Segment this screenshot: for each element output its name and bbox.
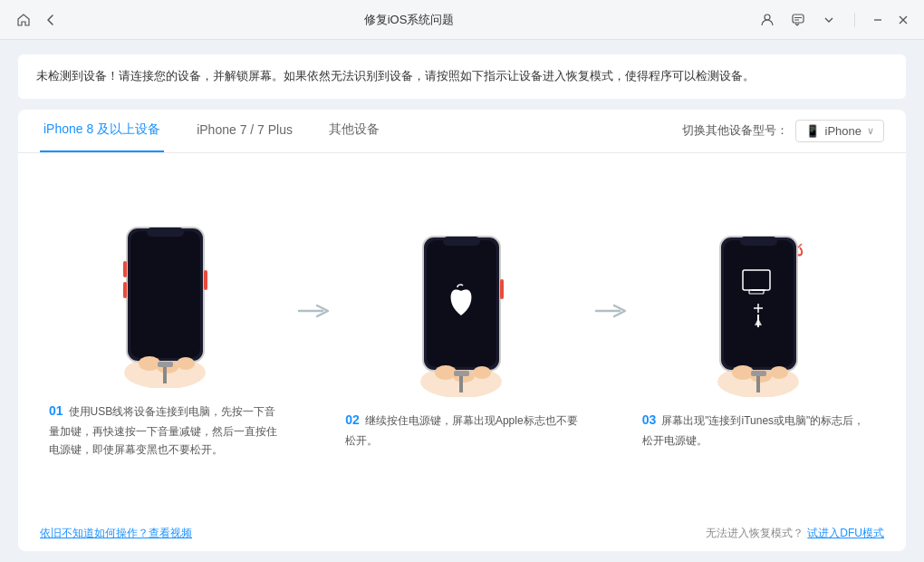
tab-iphone8[interactable]: iPhone 8 及以上设备 [40, 110, 164, 153]
step1-illustration [100, 208, 231, 390]
titlebar-right [758, 11, 910, 29]
home-icon[interactable] [14, 11, 33, 29]
step2-illustration [396, 218, 527, 399]
step3-phone-svg [693, 220, 824, 397]
svg-rect-12 [123, 282, 127, 298]
device-switcher-label: 切换其他设备型号： [682, 122, 788, 139]
phones-row: 01使用USB线将设备连接到电脑，先按一下音量加键，再快速按一下音量减键，然后一… [40, 162, 884, 515]
chat-icon[interactable] [789, 11, 807, 29]
arrow1-svg [297, 300, 330, 322]
main-content: 未检测到设备！请连接您的设备，并解锁屏幕。如果依然无法识别到设备，请按照如下指示… [0, 40, 924, 562]
device-switcher: 切换其他设备型号： 📱 iPhone ∨ [682, 120, 884, 142]
svg-point-0 [765, 15, 770, 20]
titlebar: 修复iOS系统问题 [0, 0, 924, 40]
chevron-down-icon[interactable] [820, 11, 838, 29]
bottom-bar: 依旧不知道如何操作？查看视频 无法进入恢复模式？ 试进入DFU模式 [18, 515, 906, 551]
step3-text: 屏幕出现"连接到iTunes或电脑"的标志后，松开电源键。 [642, 414, 865, 447]
recovery-status-text: 无法进入恢复模式？ [706, 526, 804, 541]
arrow-1 [291, 300, 336, 376]
tabs-row: iPhone 8 及以上设备 iPhone 7 / 7 Plus 其他设备 切换… [18, 110, 906, 153]
svg-rect-1 [793, 15, 804, 23]
back-icon[interactable] [42, 11, 60, 29]
svg-rect-13 [204, 270, 207, 290]
titlebar-left [14, 11, 60, 29]
tab-iphone7[interactable]: iPhone 7 / 7 Plus [193, 110, 296, 153]
svg-rect-9 [130, 231, 200, 358]
svg-point-16 [177, 357, 195, 370]
svg-point-26 [473, 366, 491, 379]
svg-rect-32 [740, 237, 777, 246]
bottom-right: 无法进入恢复模式？ 试进入DFU模式 [706, 526, 884, 541]
svg-rect-17 [158, 362, 173, 367]
user-icon[interactable] [758, 11, 776, 29]
step2-desc: 02继续按住电源键，屏幕出现Apple标志也不要松开。 [336, 399, 587, 459]
svg-rect-10 [147, 228, 184, 237]
step3-illustration [693, 218, 824, 399]
step-2: 02继续按住电源键，屏幕出现Apple标志也不要松开。 [336, 218, 587, 459]
step-1: 01使用USB线将设备连接到电脑，先按一下音量加键，再快速按一下音量减键，然后一… [40, 208, 291, 469]
tab-other[interactable]: 其他设备 [325, 110, 383, 153]
svg-rect-23 [500, 279, 504, 299]
svg-rect-22 [443, 237, 480, 246]
steps-area: 01使用USB线将设备连接到电脑，先按一下音量加键，再快速按一下音量减键，然后一… [18, 153, 906, 515]
step3-desc: 03屏幕出现"连接到iTunes或电脑"的标志后，松开电源键。 [633, 399, 884, 459]
step2-num: 02 [345, 412, 360, 427]
content-card: iPhone 8 及以上设备 iPhone 7 / 7 Plus 其他设备 切换… [18, 110, 906, 551]
warning-text: 未检测到设备！请连接您的设备，并解锁屏幕。如果依然无法识别到设备，请按照如下指示… [36, 69, 755, 82]
step1-desc: 01使用USB线将设备连接到电脑，先按一下音量加键，再快速按一下音量减键，然后一… [40, 390, 291, 469]
minimize-button[interactable] [871, 14, 884, 26]
svg-point-42 [770, 366, 788, 379]
help-video-link[interactable]: 依旧不知道如何操作？查看视频 [40, 526, 192, 541]
dfu-mode-link[interactable]: 试进入DFU模式 [807, 526, 884, 541]
device-name: iPhone [825, 124, 861, 138]
step1-num: 01 [49, 403, 63, 418]
warning-banner: 未检测到设备！请连接您的设备，并解锁屏幕。如果依然无法识别到设备，请按照如下指示… [18, 54, 906, 99]
phone-small-icon: 📱 [805, 124, 820, 138]
svg-rect-11 [123, 261, 127, 277]
svg-rect-27 [454, 371, 469, 376]
svg-rect-43 [751, 371, 766, 376]
step2-text: 继续按住电源键，屏幕出现Apple标志也不要松开。 [345, 414, 577, 447]
dropdown-chevron: ∨ [867, 125, 874, 137]
arrow-2 [588, 300, 633, 376]
step2-phone-svg [396, 220, 527, 397]
step1-phone-svg [100, 211, 231, 388]
step3-num: 03 [642, 412, 657, 427]
device-switcher-dropdown[interactable]: 📱 iPhone ∨ [795, 120, 884, 142]
step-3: 03屏幕出现"连接到iTunes或电脑"的标志后，松开电源键。 [633, 218, 884, 459]
step1-text: 使用USB线将设备连接到电脑，先按一下音量加键，再快速按一下音量减键，然后一直按… [49, 405, 277, 456]
page-title: 修复iOS系统问题 [60, 12, 758, 28]
close-button[interactable] [897, 14, 910, 26]
arrow2-svg [594, 300, 627, 322]
